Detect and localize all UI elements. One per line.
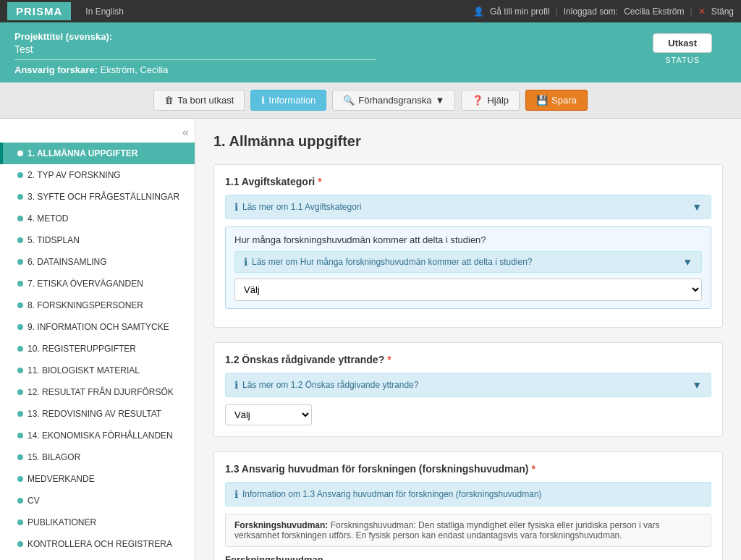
info-row-1-2[interactable]: ℹ Läs mer om 1.2 Önskas rådgivande yttra… <box>225 373 711 397</box>
sidebar-dot-13 <box>17 411 23 417</box>
sidebar-item-10[interactable]: 10. REGISTERUPPGIFTER <box>0 338 195 360</box>
sidebar-collapse-button[interactable]: « <box>0 122 195 143</box>
sidebar-dot-7 <box>17 281 23 287</box>
topbar-left: PRISMA In English <box>7 2 124 20</box>
required-marker-1-1: * <box>318 176 321 187</box>
sidebar: « 1. ALLMÄNNA UPPGIFTER 2. TYP AV FORSKN… <box>0 119 195 560</box>
language-toggle[interactable]: In English <box>85 7 124 17</box>
status-pill: Utkast <box>653 33 712 53</box>
save-icon: 💾 <box>536 95 548 106</box>
info-row-1-3[interactable]: ℹ Information om 1.3 Ansvarig huvudman f… <box>225 482 711 506</box>
sidebar-item-12[interactable]: 12. RESULTAT FRÅN DJURFÖRSÖK <box>0 381 195 403</box>
sidebar-dot-8 <box>17 302 23 308</box>
delete-button[interactable]: 🗑 Ta bort utkast <box>153 90 245 111</box>
sidebar-dot-4 <box>17 216 23 221</box>
sidebar-item-8[interactable]: 8. FORSKNINGSPERSONER <box>0 294 195 316</box>
sidebar-dot-6 <box>17 259 23 265</box>
sidebar-item-publikationer[interactable]: PUBLIKATIONER <box>0 512 195 533</box>
sub-question-box-1-1: Hur många forskningshuvudmän kommer att … <box>225 226 711 309</box>
question-icon: ❓ <box>472 95 483 106</box>
project-title-underline <box>14 59 376 60</box>
project-title-value: Test <box>14 43 727 55</box>
info-row-1-1[interactable]: ℹ Läs mer om 1.1 Avgiftskategori ▼ <box>225 195 711 219</box>
info-button[interactable]: ℹ Information <box>250 90 326 111</box>
topbar: PRISMA In English 👤 Gå till min profil |… <box>0 0 741 22</box>
sidebar-item-14[interactable]: 14. EKONOMISKA FÖRHÅLLANDEN <box>0 425 195 446</box>
logged-in-user: Cecilia Ekström <box>624 7 684 17</box>
section-1-3-title: 1.3 Ansvarig huvudman för forskningen (f… <box>225 463 711 475</box>
profile-icon: 👤 <box>473 7 484 17</box>
content-area: 1. Allmänna uppgifter 1.1 Avgiftskategor… <box>195 119 741 560</box>
profile-link[interactable]: Gå till min profil <box>490 7 550 17</box>
sidebar-item-7[interactable]: 7. ETISKA ÖVERVÄGANDEN <box>0 273 195 294</box>
sidebar-dot-12 <box>17 389 23 395</box>
section-1-2: 1.2 Önskas rådgivande yttrande? * ℹ Läs … <box>213 342 723 437</box>
sidebar-dot-9 <box>17 324 23 330</box>
section-1-1-title: 1.1 Avgiftskategori * <box>225 176 711 187</box>
sub-question-title-1-1: Hur många forskningshuvudmän kommer att … <box>234 234 702 245</box>
close-button[interactable]: Stäng <box>711 7 734 17</box>
sidebar-dot-3 <box>17 194 23 200</box>
page-title: 1. Allmänna uppgifter <box>213 133 723 150</box>
info-icon: ℹ <box>261 95 265 106</box>
sidebar-item-3[interactable]: 3. SYFTE OCH FRÅGESTÄLLNINGAR <box>0 186 195 208</box>
sidebar-dot-11 <box>17 368 23 373</box>
chevron-icon-1-1: ▼ <box>692 201 702 213</box>
section-1-1: 1.1 Avgiftskategori * ℹ Läs mer om 1.1 A… <box>213 164 723 328</box>
project-header: Projekttitel (svenska): Test Ansvarig fo… <box>0 22 741 82</box>
preview-button[interactable]: 🔍 Förhandsgranska ▼ <box>332 90 455 111</box>
sidebar-item-15[interactable]: 15. BILAGOR <box>0 446 195 468</box>
sidebar-item-5[interactable]: 5. TIDSPLAN <box>0 229 195 251</box>
sidebar-dot-10 <box>17 346 23 352</box>
topbar-right: 👤 Gå till min profil | Inloggad som: Cec… <box>473 7 734 17</box>
sidebar-dot-5 <box>17 237 23 243</box>
sub-section-title-1-3: Forskningshuvudman <box>225 554 711 560</box>
sub-chevron-icon-1-1: ▼ <box>682 256 693 268</box>
sidebar-item-cv[interactable]: CV <box>0 490 195 512</box>
sidebar-item-2[interactable]: 2. TYP AV FORSKNING <box>0 164 195 186</box>
sidebar-item-9[interactable]: 9. INFORMATION OCH SAMTYCKE <box>0 316 195 338</box>
sidebar-item-1[interactable]: 1. ALLMÄNNA UPPGIFTER <box>0 143 195 164</box>
sidebar-dot-med <box>17 476 23 482</box>
sub-question-select-1-1[interactable]: Välj <box>234 279 702 301</box>
sidebar-item-medverkande[interactable]: MEDVERKANDE <box>0 468 195 490</box>
sub-info-icon-1-1: ℹ <box>244 256 247 268</box>
info-icon-1-1: ℹ <box>234 201 238 213</box>
sub-info-row-1-1[interactable]: ℹ Läs mer om Hur många forskningshuvudmä… <box>234 251 702 273</box>
required-marker-1-3: * <box>532 463 535 475</box>
trash-icon: 🗑 <box>164 95 174 106</box>
required-marker-1-2: * <box>387 354 391 365</box>
section-1-3: 1.3 Ansvarig huvudman för forskningen (f… <box>213 451 723 560</box>
sidebar-item-kontrollera[interactable]: KONTROLLERA OCH REGISTRERA <box>0 533 195 555</box>
sidebar-dot-2 <box>17 172 23 178</box>
status-badge: Utkast STATUS <box>653 33 712 64</box>
description-box-1-3: Forskningshuvudman: Forskningshuvudman: … <box>225 514 711 547</box>
sidebar-dot-15 <box>17 454 23 460</box>
project-researcher: Ansvarig forskare: Ekström, Cecilia <box>14 64 727 75</box>
logged-in-label: Inloggad som: <box>564 7 618 17</box>
help-button[interactable]: ❓ Hjälp <box>461 90 520 111</box>
sidebar-dot-kon <box>17 541 23 547</box>
sidebar-dot-pub <box>17 519 23 525</box>
project-title-label: Projekttitel (svenska): <box>14 31 112 42</box>
save-button[interactable]: 💾 Spara <box>525 90 588 111</box>
info-icon-1-3: ℹ <box>234 488 238 500</box>
sidebar-dot-cv <box>17 498 23 504</box>
sidebar-item-13[interactable]: 13. REDOVISNING AV RESULTAT <box>0 403 195 425</box>
select-1-2[interactable]: Välj <box>225 404 312 425</box>
status-label: STATUS <box>653 56 712 64</box>
logo: PRISMA <box>7 2 71 20</box>
sidebar-dot-14 <box>17 433 23 438</box>
section-1-2-title: 1.2 Önskas rådgivande yttrande? * <box>225 354 711 365</box>
sidebar-dot-1 <box>17 150 23 156</box>
chevron-icon-1-2: ▼ <box>692 379 702 391</box>
sidebar-item-4[interactable]: 4. METOD <box>0 208 195 229</box>
action-toolbar: 🗑 Ta bort utkast ℹ Information 🔍 Förhand… <box>0 82 741 119</box>
main-layout: « 1. ALLMÄNNA UPPGIFTER 2. TYP AV FORSKN… <box>0 119 741 560</box>
description-label-1-3: Forskningshuvudman: <box>234 520 331 530</box>
sidebar-item-11[interactable]: 11. BIOLOGISKT MATERIAL <box>0 360 195 381</box>
sidebar-item-6[interactable]: 6. DATAINSAMLING <box>0 251 195 273</box>
close-icon: ✕ <box>698 7 706 17</box>
info-icon-1-2: ℹ <box>234 379 238 391</box>
search-icon: 🔍 <box>343 95 355 106</box>
